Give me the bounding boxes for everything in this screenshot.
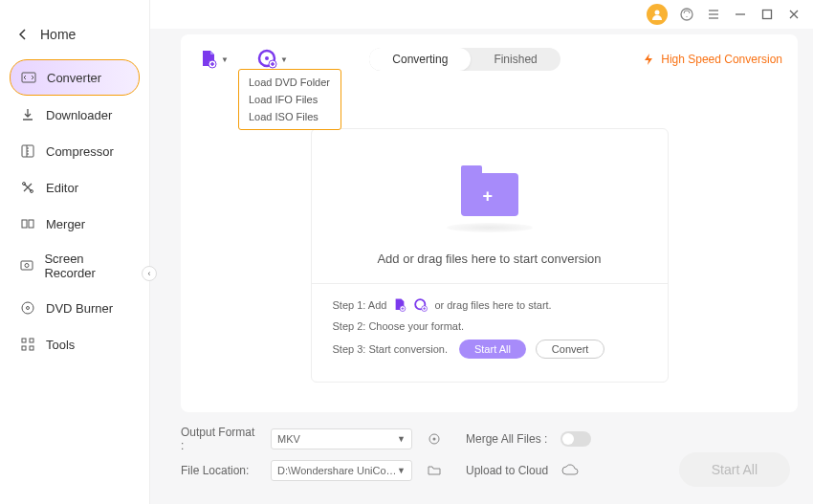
file-location-label: File Location: bbox=[181, 464, 257, 477]
back-icon[interactable] bbox=[19, 29, 27, 40]
main: ▼ ▼ Converting Finished High Speed Conve… bbox=[150, 0, 813, 504]
sidebar-label: Compressor bbox=[46, 144, 114, 159]
dropdown-item-ifo[interactable]: Load IFO Files bbox=[239, 91, 341, 108]
drop-illustration: + bbox=[432, 156, 547, 232]
close-icon[interactable] bbox=[786, 7, 802, 22]
bolt-icon bbox=[642, 53, 655, 66]
svg-rect-13 bbox=[30, 346, 33, 350]
sidebar-item-dvd-burner[interactable]: DVD Burner bbox=[10, 291, 140, 325]
svg-point-25 bbox=[433, 438, 436, 441]
chevron-down-icon: ▼ bbox=[397, 434, 406, 444]
svg-point-7 bbox=[25, 264, 29, 268]
dropdown-item-iso[interactable]: Load ISO Files bbox=[239, 108, 341, 125]
settings-icon[interactable] bbox=[426, 430, 443, 448]
dropzone[interactable]: + Add or drag files here to start conver… bbox=[311, 128, 669, 383]
sidebar-header[interactable]: Home bbox=[0, 10, 149, 59]
tab-converting[interactable]: Converting bbox=[369, 48, 471, 71]
sidebar-title: Home bbox=[40, 27, 76, 42]
upload-label: Upload to Cloud bbox=[466, 464, 548, 477]
sidebar-item-merger[interactable]: Merger bbox=[10, 207, 140, 241]
sidebar-label: Screen Recorder bbox=[44, 252, 130, 280]
output-format-label: Output Format : bbox=[181, 426, 257, 452]
svg-rect-5 bbox=[29, 220, 33, 228]
sidebar-label: Editor bbox=[46, 181, 78, 195]
output-format-select[interactable]: MKV ▼ bbox=[271, 428, 412, 449]
sidebar-label: DVD Burner bbox=[46, 301, 113, 316]
add-disc-icon bbox=[413, 297, 428, 313]
step-1: Step 1: Add or drag files here to start. bbox=[333, 297, 647, 313]
sidebar-label: Merger bbox=[46, 217, 85, 231]
sidebar: Home Converter Downloader Compressor Edi… bbox=[0, 0, 150, 504]
sidebar-label: Downloader bbox=[46, 108, 112, 122]
sidebar-label: Tools bbox=[46, 338, 75, 352]
titlebar bbox=[150, 0, 813, 29]
dvd-burner-icon bbox=[19, 299, 36, 317]
menu-icon[interactable] bbox=[706, 7, 721, 22]
compressor-icon bbox=[19, 142, 36, 160]
support-icon[interactable] bbox=[679, 7, 694, 22]
highspeed-toggle[interactable]: High Speed Conversion bbox=[642, 53, 782, 66]
tabs: Converting Finished bbox=[369, 48, 560, 71]
file-location-select[interactable]: D:\Wondershare UniConverter 1 ▼ bbox=[271, 460, 412, 481]
content-card: ▼ ▼ Converting Finished High Speed Conve… bbox=[181, 34, 798, 412]
chevron-down-icon: ▼ bbox=[221, 55, 229, 64]
folder-open-icon[interactable] bbox=[426, 462, 443, 479]
start-all-button[interactable]: Start All bbox=[679, 452, 790, 487]
svg-rect-16 bbox=[763, 11, 772, 19]
svg-rect-12 bbox=[22, 346, 26, 350]
screen-recorder-icon bbox=[19, 257, 34, 274]
downloader-icon bbox=[19, 106, 36, 123]
sidebar-item-compressor[interactable]: Compressor bbox=[10, 134, 140, 168]
sidebar-item-converter[interactable]: Converter bbox=[10, 59, 140, 96]
sidebar-label: Converter bbox=[47, 71, 101, 85]
dropzone-title: Add or drag files here to start conversi… bbox=[312, 252, 668, 266]
start-all-inline-button[interactable]: Start All bbox=[459, 340, 526, 359]
minimize-icon[interactable] bbox=[733, 7, 748, 22]
chevron-down-icon: ▼ bbox=[397, 466, 406, 475]
footer: Output Format : MKV ▼ Merge All Files : … bbox=[150, 412, 813, 504]
collapse-handle[interactable]: ‹ bbox=[142, 266, 157, 281]
sidebar-item-downloader[interactable]: Downloader bbox=[10, 98, 140, 132]
add-disc-button[interactable]: ▼ bbox=[257, 49, 288, 70]
merger-icon bbox=[19, 215, 36, 232]
cloud-icon[interactable] bbox=[561, 462, 579, 479]
highspeed-label: High Speed Conversion bbox=[661, 53, 782, 66]
svg-point-9 bbox=[27, 307, 30, 310]
maximize-icon[interactable] bbox=[759, 7, 775, 22]
steps: Step 1: Add or drag files here to start.… bbox=[312, 297, 668, 359]
avatar[interactable] bbox=[647, 4, 668, 25]
plus-icon: + bbox=[483, 186, 494, 207]
add-disc-icon bbox=[257, 49, 278, 70]
tools-icon bbox=[19, 336, 36, 353]
converter-icon bbox=[20, 69, 37, 86]
add-file-button[interactable]: ▼ bbox=[198, 49, 229, 70]
svg-rect-11 bbox=[30, 339, 33, 342]
tab-finished[interactable]: Finished bbox=[471, 48, 560, 71]
sidebar-items: Converter Downloader Compressor Editor M… bbox=[0, 59, 149, 362]
sidebar-item-editor[interactable]: Editor bbox=[10, 170, 140, 205]
add-file-icon bbox=[198, 49, 219, 70]
sidebar-item-tools[interactable]: Tools bbox=[10, 327, 140, 362]
editor-icon bbox=[19, 179, 36, 196]
toolbar-row: ▼ ▼ Converting Finished High Speed Conve… bbox=[196, 48, 782, 71]
svg-rect-10 bbox=[22, 339, 26, 342]
merge-label: Merge All Files : bbox=[466, 432, 547, 446]
sidebar-item-screen-recorder[interactable]: Screen Recorder bbox=[10, 243, 140, 289]
dropdown-item-dvd-folder[interactable]: Load DVD Folder bbox=[239, 74, 341, 91]
footer-row-format: Output Format : MKV ▼ Merge All Files : bbox=[181, 426, 782, 452]
add-file-icon bbox=[392, 297, 407, 313]
svg-point-14 bbox=[655, 11, 660, 15]
svg-rect-4 bbox=[22, 220, 27, 228]
toolbar-left: ▼ ▼ bbox=[196, 49, 288, 70]
step-3: Step 3: Start conversion. Start All Conv… bbox=[333, 340, 647, 359]
chevron-down-icon: ▼ bbox=[280, 55, 288, 64]
convert-inline-button[interactable]: Convert bbox=[536, 340, 605, 359]
disc-dropdown-menu: Load DVD Folder Load IFO Files Load ISO … bbox=[238, 69, 341, 130]
merge-toggle[interactable] bbox=[560, 431, 591, 447]
step-2: Step 2: Choose your format. bbox=[333, 320, 647, 332]
svg-point-19 bbox=[265, 56, 269, 60]
svg-point-8 bbox=[22, 302, 33, 314]
svg-rect-6 bbox=[21, 261, 33, 270]
